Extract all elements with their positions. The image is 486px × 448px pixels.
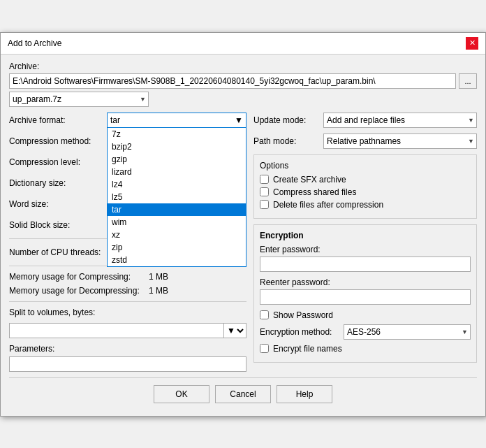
archive-path-input[interactable]	[9, 73, 456, 89]
archive-path-row: ...	[9, 73, 477, 89]
footer-buttons: OK Cancel Help	[9, 377, 477, 409]
left-panel: Archive format: tar ▼ 7z bzip2 gzip liza…	[9, 113, 246, 372]
options-section: Options Create SFX archive Compress shar…	[253, 154, 477, 219]
archive-section: Archive: ... up_param.7z ▼	[9, 62, 477, 107]
right-panel: Update mode: Add and replace files ▼ Pat…	[253, 113, 477, 372]
compress-shared-label: Compress shared files	[273, 187, 356, 197]
solid-block-size-label: Solid Block size:	[9, 220, 107, 230]
word-size-label: Word size:	[9, 199, 107, 209]
divider-3	[9, 301, 246, 302]
encryption-method-select-wrapper: AES-256 ▼	[344, 324, 471, 340]
memory-compressing-value: 1 MB	[149, 272, 168, 282]
encryption-method-row: Encryption method: AES-256 ▼	[260, 324, 471, 340]
show-password-label: Show Password	[273, 310, 333, 320]
encrypt-names-row: Encrypt file names	[260, 344, 471, 354]
update-mode-row: Update mode: Add and replace files ▼	[253, 113, 477, 128]
reenter-password-label: Reenter password:	[260, 277, 471, 287]
compression-method-label: Compression method:	[9, 136, 107, 146]
archive-format-row: Archive format: tar ▼ 7z bzip2 gzip liza…	[9, 113, 246, 128]
split-volumes-input[interactable]	[9, 323, 224, 338]
encrypt-names-checkbox[interactable]	[260, 344, 269, 353]
options-title: Options	[260, 161, 471, 171]
split-volumes-row: Split to volumes, bytes:	[9, 308, 246, 317]
cpu-threads-label: Number of CPU threads:	[9, 247, 107, 257]
dialog-body: Archive: ... up_param.7z ▼ Archive forma	[1, 55, 485, 416]
format-option-bzip2[interactable]: bzip2	[108, 140, 246, 153]
path-mode-row: Path mode: Relative pathnames ▼	[253, 133, 477, 149]
enter-password-label: Enter password:	[260, 245, 471, 254]
format-option-zstd[interactable]: zstd	[108, 254, 246, 266]
create-sfx-label: Create SFX archive	[273, 175, 346, 185]
update-mode-select-wrapper: Add and replace files ▼	[323, 113, 477, 128]
memory-decompressing-row: Memory usage for Decompressing: 1 MB	[9, 286, 246, 296]
dialog-title: Add to Archive	[8, 38, 61, 48]
update-mode-label: Update mode:	[253, 115, 323, 125]
format-option-tar[interactable]: tar	[108, 203, 246, 216]
encryption-method-label: Encryption method:	[260, 327, 344, 337]
close-button[interactable]: ✕	[466, 37, 478, 50]
format-option-lz4[interactable]: lz4	[108, 178, 246, 191]
memory-decompressing-value: 1 MB	[149, 286, 168, 296]
help-button[interactable]: Help	[277, 385, 332, 403]
delete-after-row: Delete files after compression	[260, 200, 471, 210]
archive-filename-select[interactable]: up_param.7z	[9, 92, 149, 107]
show-password-row: Show Password	[260, 310, 471, 320]
archive-format-trigger[interactable]: tar ▼	[107, 113, 246, 128]
archive-format-selected: tar	[110, 115, 120, 125]
compress-shared-row: Compress shared files	[260, 187, 471, 197]
path-mode-select[interactable]: Relative pathnames	[323, 133, 477, 149]
enter-password-input[interactable]	[260, 256, 471, 272]
memory-compressing-row: Memory usage for Compressing: 1 MB	[9, 272, 246, 282]
create-sfx-checkbox[interactable]	[260, 175, 269, 184]
format-option-lizard[interactable]: lizard	[108, 166, 246, 178]
split-volumes-label: Split to volumes, bytes:	[9, 308, 107, 317]
dictionary-size-label: Dictionary size:	[9, 178, 107, 188]
update-mode-select[interactable]: Add and replace files	[323, 113, 477, 128]
split-input-row: ▼	[9, 323, 246, 338]
format-option-wim[interactable]: wim	[108, 216, 246, 229]
create-sfx-row: Create SFX archive	[260, 175, 471, 185]
format-option-7z[interactable]: 7z	[108, 128, 246, 140]
split-volumes-unit-select[interactable]: ▼	[224, 323, 246, 338]
format-option-gzip[interactable]: gzip	[108, 153, 246, 166]
encryption-method-select[interactable]: AES-256	[344, 324, 471, 340]
format-option-lz5[interactable]: lz5	[108, 191, 246, 203]
delete-after-checkbox[interactable]	[260, 200, 269, 209]
cancel-button[interactable]: Cancel	[215, 385, 271, 403]
archive-format-chevron-icon: ▼	[235, 115, 243, 125]
path-mode-select-wrapper: Relative pathnames ▼	[323, 133, 477, 149]
main-content: Archive format: tar ▼ 7z bzip2 gzip liza…	[9, 113, 477, 372]
show-password-checkbox[interactable]	[260, 310, 269, 319]
path-mode-label: Path mode:	[253, 136, 323, 146]
archive-format-label: Archive format:	[9, 115, 107, 125]
parameters-label: Parameters:	[9, 344, 54, 354]
format-option-xz[interactable]: xz	[108, 229, 246, 241]
title-bar: Add to Archive ✕	[1, 33, 485, 55]
archive-format-dropdown[interactable]: tar ▼ 7z bzip2 gzip lizard lz4 lz5 tar w…	[107, 113, 246, 128]
encryption-title: Encryption	[260, 231, 471, 240]
format-option-zip[interactable]: zip	[108, 241, 246, 254]
browse-button[interactable]: ...	[459, 73, 477, 89]
parameters-label-row: Parameters:	[9, 344, 246, 354]
memory-compressing-label: Memory usage for Compressing:	[9, 272, 149, 282]
encrypt-names-label: Encrypt file names	[273, 344, 342, 354]
parameters-input[interactable]	[9, 356, 246, 372]
ok-button[interactable]: OK	[154, 385, 209, 403]
encryption-section: Encryption Enter password: Reenter passw…	[253, 224, 477, 363]
delete-after-label: Delete files after compression	[273, 200, 383, 210]
archive-format-list: 7z bzip2 gzip lizard lz4 lz5 tar wim xz …	[107, 128, 246, 267]
compress-shared-checkbox[interactable]	[260, 187, 269, 196]
memory-decompressing-label: Memory usage for Decompressing:	[9, 286, 149, 296]
compression-level-label: Compression level:	[9, 157, 107, 167]
archive-label: Archive:	[9, 62, 477, 71]
reenter-password-input[interactable]	[260, 289, 471, 305]
add-to-archive-dialog: Add to Archive ✕ Archive: ... up_param.7…	[0, 32, 486, 417]
